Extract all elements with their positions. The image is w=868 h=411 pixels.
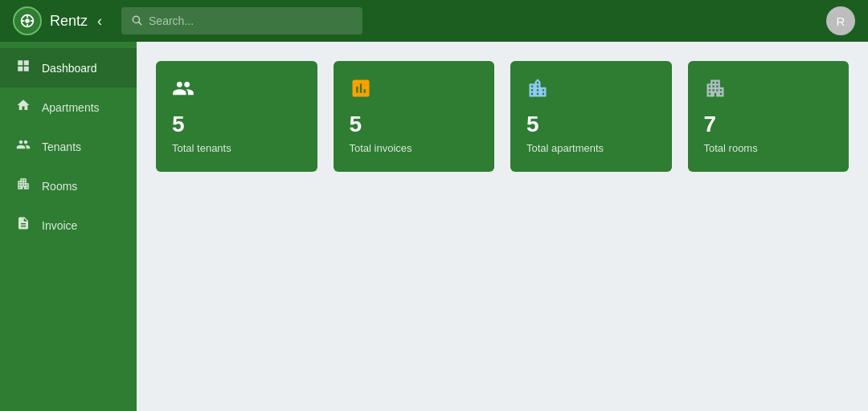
sidebar-item-rooms[interactable]: Rooms <box>0 166 137 206</box>
main-layout: Dashboard Apartments Tenants <box>0 42 868 411</box>
stat-card-invoices: 5 Total invoices <box>334 61 495 172</box>
apartments-icon <box>16 98 31 116</box>
stat-card-apartments: 5 Total apartments <box>510 61 672 172</box>
topbar: Rentz ‹ R <box>0 0 868 42</box>
invoices-label: Total invoices <box>350 142 479 154</box>
rooms-icon <box>16 177 31 195</box>
search-input[interactable] <box>149 14 353 27</box>
invoices-card-icon <box>350 77 479 104</box>
sidebar-item-invoice-label: Invoice <box>42 219 77 232</box>
apartments-count: 5 <box>526 112 656 137</box>
sidebar-toggle-icon[interactable]: ‹ <box>97 13 102 30</box>
main-content: 5 Total tenants 5 Total invoices <box>137 42 868 411</box>
user-avatar[interactable]: R <box>826 6 855 35</box>
sidebar-item-dashboard-label: Dashboard <box>42 62 97 75</box>
app-logo: Rentz ‹ <box>13 6 102 35</box>
tenants-count: 5 <box>172 112 301 137</box>
logo-icon <box>13 6 42 35</box>
dashboard-icon <box>16 59 31 77</box>
sidebar-item-tenants[interactable]: Tenants <box>0 127 137 166</box>
invoices-count: 5 <box>350 112 479 137</box>
svg-line-7 <box>139 22 141 24</box>
sidebar-item-rooms-label: Rooms <box>42 180 77 193</box>
apartments-label: Total apartments <box>526 142 656 154</box>
search-icon <box>131 14 142 28</box>
rooms-card-icon <box>704 77 833 104</box>
app-name: Rentz <box>50 13 88 30</box>
search-bar[interactable] <box>121 7 362 35</box>
apartments-card-icon <box>526 77 656 104</box>
sidebar-item-apartments[interactable]: Apartments <box>0 87 137 127</box>
sidebar-item-invoice[interactable]: Invoice <box>0 206 137 245</box>
tenants-label: Total tenants <box>172 142 301 154</box>
invoice-icon <box>16 216 31 234</box>
sidebar-item-dashboard[interactable]: Dashboard <box>0 48 137 87</box>
tenants-icon <box>16 137 31 156</box>
stat-card-rooms: 7 Total rooms <box>688 61 850 172</box>
rooms-count: 7 <box>704 112 833 137</box>
stats-grid: 5 Total tenants 5 Total invoices <box>156 61 849 172</box>
sidebar: Dashboard Apartments Tenants <box>0 42 137 411</box>
sidebar-item-tenants-label: Tenants <box>42 140 81 153</box>
stat-card-tenants: 5 Total tenants <box>156 61 317 172</box>
tenants-card-icon <box>172 77 301 104</box>
rooms-label: Total rooms <box>704 142 833 154</box>
sidebar-item-apartments-label: Apartments <box>42 101 100 114</box>
svg-point-1 <box>25 18 30 23</box>
